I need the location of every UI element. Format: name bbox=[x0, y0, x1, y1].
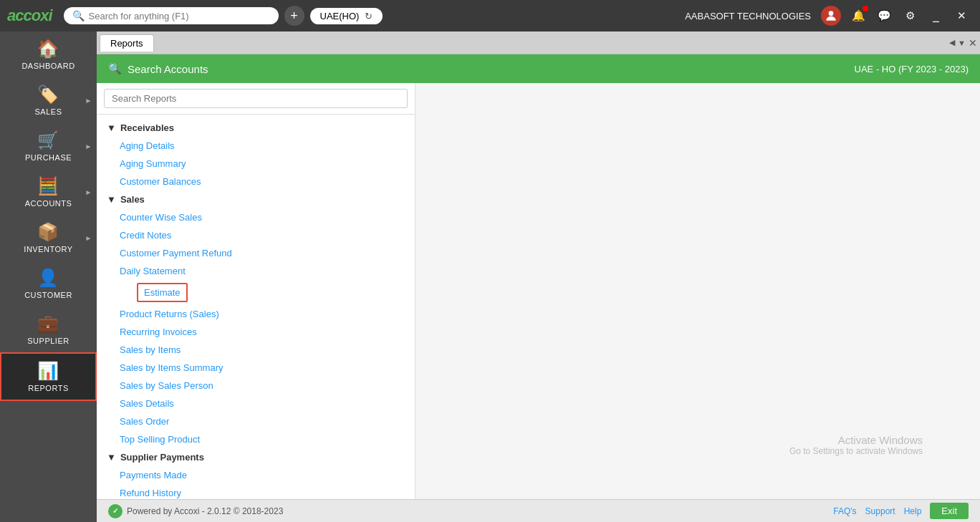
sidebar-item-accounts[interactable]: 🧮 ACCOUNTS ► bbox=[0, 169, 97, 215]
support-link[interactable]: Support bbox=[865, 506, 895, 516]
content-area: Reports ◀ ▼ ✕ 🔍 Search Accounts UAE - HO… bbox=[97, 32, 980, 522]
accoxi-logo-small: ✓ bbox=[108, 504, 123, 518]
report-refund-history[interactable]: Refund History bbox=[97, 484, 415, 499]
sidebar-item-customer[interactable]: 👤 CUSTOMER bbox=[0, 261, 97, 306]
report-customer-balances[interactable]: Customer Balances bbox=[97, 173, 415, 190]
reports-header-right: UAE - HO (FY 2023 - 2023) bbox=[855, 64, 969, 74]
inventory-arrow-icon: ► bbox=[85, 234, 92, 242]
activate-windows-sub: Go to Settings to activate Windows bbox=[789, 446, 923, 456]
activate-windows-label: Activate Windows bbox=[789, 434, 923, 446]
sidebar-label-accounts: ACCOUNTS bbox=[25, 199, 72, 208]
help-link[interactable]: Help bbox=[904, 506, 922, 516]
branch-selector[interactable]: UAE(HO) ↻ bbox=[310, 8, 383, 24]
search-accounts-icon: 🔍 bbox=[108, 62, 122, 75]
global-search-bar[interactable]: 🔍 bbox=[64, 7, 279, 24]
main-container: 🏠 DASHBOARD 🏷️ SALES ► 🛒 PURCHASE ► 🧮 AC… bbox=[0, 32, 980, 522]
sales-category-label: Sales bbox=[120, 194, 145, 205]
report-recurring-invoices[interactable]: Recurring Invoices bbox=[97, 323, 415, 341]
reports-header-left: 🔍 Search Accounts bbox=[108, 62, 208, 75]
tab-controls: ◀ ▼ ✕ bbox=[949, 37, 977, 49]
sales-icon: 🏷️ bbox=[37, 84, 59, 105]
tab-reports-label: Reports bbox=[110, 38, 143, 49]
report-sales-by-items-summary[interactable]: Sales by Items Summary bbox=[97, 359, 415, 377]
faq-link[interactable]: FAQ's bbox=[833, 506, 856, 516]
reports-header: 🔍 Search Accounts UAE - HO (FY 2023 - 20… bbox=[97, 54, 980, 83]
report-sales-order[interactable]: Sales Order bbox=[97, 412, 415, 430]
report-daily-statement[interactable]: Daily Statement bbox=[97, 262, 415, 280]
search-input[interactable] bbox=[89, 11, 254, 21]
report-credit-notes[interactable]: Credit Notes bbox=[97, 226, 415, 244]
report-product-returns-sales[interactable]: Product Returns (Sales) bbox=[97, 305, 415, 323]
supplier-icon: 💼 bbox=[37, 314, 59, 334]
powered-text: Powered by Accoxi - 2.0.12 © 2018-2023 bbox=[127, 506, 283, 516]
chat-button[interactable]: 💬 bbox=[873, 4, 895, 27]
sales-arrow-icon: ► bbox=[85, 97, 92, 105]
topbar: accoxi 🔍 + UAE(HO) ↻ AABASOFT TECHNOLOGI… bbox=[0, 0, 980, 32]
top-icons: 🔔 💬 ⚙ ⎯ ✕ bbox=[847, 4, 973, 27]
sidebar-item-supplier[interactable]: 💼 SUPPLIER bbox=[0, 306, 97, 352]
report-sales-details[interactable]: Sales Details bbox=[97, 395, 415, 412]
exit-button[interactable]: Exit bbox=[930, 503, 969, 519]
tab-close-icon[interactable]: ✕ bbox=[969, 37, 977, 49]
minimize-button[interactable]: ⎯ bbox=[924, 4, 947, 27]
category-receivables[interactable]: ▼ Receivables bbox=[97, 119, 415, 137]
avatar bbox=[821, 6, 841, 26]
tab-prev-icon[interactable]: ◀ bbox=[949, 38, 955, 47]
preview-area: Activate Windows Go to Settings to activ… bbox=[415, 83, 980, 499]
customer-icon: 👤 bbox=[37, 268, 59, 288]
inventory-icon: 📦 bbox=[37, 222, 59, 242]
dashboard-icon: 🏠 bbox=[37, 39, 59, 59]
report-sales-by-items[interactable]: Sales by Items bbox=[97, 341, 415, 359]
reports-tree: ▼ Receivables Aging Details Aging Summar… bbox=[97, 115, 415, 499]
sidebar-item-purchase[interactable]: 🛒 PURCHASE ► bbox=[0, 123, 97, 169]
reports-body: ▼ Receivables Aging Details Aging Summar… bbox=[97, 83, 980, 499]
report-payments-made[interactable]: Payments Made bbox=[97, 466, 415, 484]
sidebar-label-customer: CUSTOMER bbox=[24, 291, 72, 299]
report-customer-payment-refund[interactable]: Customer Payment Refund bbox=[97, 244, 415, 262]
sidebar-label-purchase: PURCHASE bbox=[25, 153, 72, 162]
add-button[interactable]: + bbox=[284, 6, 304, 26]
receivables-label: Receivables bbox=[120, 122, 174, 133]
sidebar-label-dashboard: DASHBOARD bbox=[21, 62, 75, 70]
close-button[interactable]: ✕ bbox=[950, 4, 973, 27]
sidebar-label-sales: SALES bbox=[35, 107, 62, 116]
app-logo: accoxi bbox=[7, 6, 52, 25]
category-supplier-payments[interactable]: ▼ Supplier Payments bbox=[97, 448, 415, 466]
reports-icon: 📊 bbox=[37, 361, 59, 381]
supplier-payments-collapse-icon: ▼ bbox=[107, 452, 116, 463]
sidebar-label-reports: REPORTS bbox=[28, 384, 68, 392]
tab-bar: Reports ◀ ▼ ✕ bbox=[97, 32, 980, 54]
receivables-collapse-icon: ▼ bbox=[107, 122, 116, 133]
report-aging-details[interactable]: Aging Details bbox=[97, 137, 415, 155]
bottom-bar: ✓ Powered by Accoxi - 2.0.12 © 2018-2023… bbox=[97, 499, 980, 522]
notifications-button[interactable]: 🔔 bbox=[847, 4, 870, 27]
accounts-icon: 🧮 bbox=[37, 176, 59, 196]
purchase-arrow-icon: ► bbox=[85, 142, 92, 150]
sidebar-label-supplier: SUPPLIER bbox=[27, 337, 69, 345]
report-top-selling-product[interactable]: Top Selling Product bbox=[97, 430, 415, 448]
search-reports-input[interactable] bbox=[104, 89, 408, 108]
settings-button[interactable]: ⚙ bbox=[898, 4, 921, 27]
sidebar-item-reports[interactable]: 📊 REPORTS bbox=[0, 352, 97, 401]
company-fy-label: UAE - HO (FY 2023 - 2023) bbox=[855, 64, 969, 74]
report-estimate[interactable]: Estimate bbox=[137, 283, 188, 302]
search-reports-container bbox=[97, 83, 415, 115]
reports-panel: 🔍 Search Accounts UAE - HO (FY 2023 - 20… bbox=[97, 54, 980, 499]
sidebar-item-dashboard[interactable]: 🏠 DASHBOARD bbox=[0, 32, 97, 77]
bottom-right: FAQ's Support Help Exit bbox=[833, 503, 969, 519]
report-counter-wise-sales[interactable]: Counter Wise Sales bbox=[97, 208, 415, 226]
tab-reports[interactable]: Reports bbox=[100, 34, 154, 52]
report-estimate-container: Estimate bbox=[97, 280, 415, 305]
accounts-arrow-icon: ► bbox=[85, 188, 92, 196]
sidebar-item-sales[interactable]: 🏷️ SALES ► bbox=[0, 77, 97, 123]
report-aging-summary[interactable]: Aging Summary bbox=[97, 155, 415, 173]
category-sales[interactable]: ▼ Sales bbox=[97, 190, 415, 208]
sidebar-item-inventory[interactable]: 📦 INVENTORY ► bbox=[0, 215, 97, 261]
refresh-icon: ↻ bbox=[365, 11, 373, 21]
tab-next-icon[interactable]: ▼ bbox=[958, 39, 966, 47]
sidebar: 🏠 DASHBOARD 🏷️ SALES ► 🛒 PURCHASE ► 🧮 AC… bbox=[0, 32, 97, 522]
company-name: AABASOFT TECHNOLOGIES bbox=[685, 11, 811, 21]
search-accounts-label: Search Accounts bbox=[128, 63, 208, 75]
report-sales-by-sales-person[interactable]: Sales by Sales Person bbox=[97, 377, 415, 395]
notification-badge bbox=[863, 6, 868, 11]
